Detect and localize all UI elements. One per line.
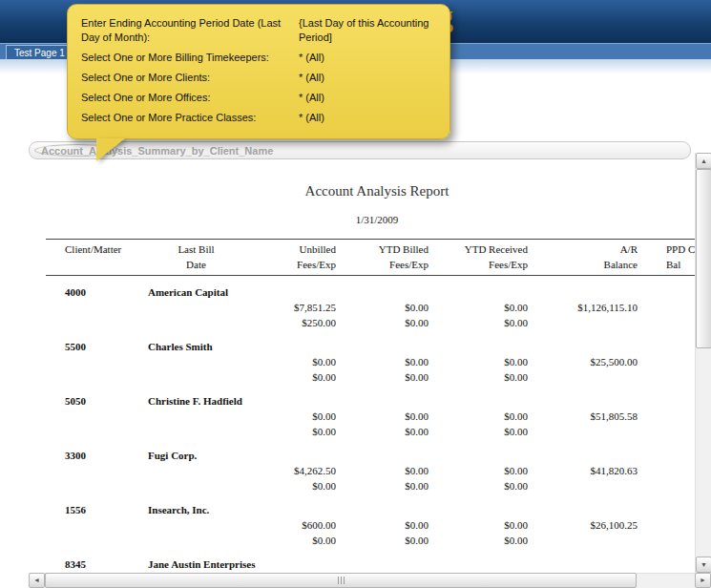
- client-group: 5500Charles Smith$0.00$0.00$0.00$25,500.…: [46, 339, 695, 385]
- column-header: PPD CBal: [638, 242, 695, 272]
- amount-cell: $0.00: [256, 424, 336, 439]
- report-viewport: Account Analysis Report 1/31/2009 Client…: [29, 160, 695, 573]
- amount-cell: $0.00: [336, 354, 429, 369]
- amount-cell: $4,262.50: [256, 463, 336, 478]
- column-header: YTD ReceivedFees/Exp: [429, 242, 528, 272]
- amount-cell: [638, 300, 695, 315]
- tooltip-value: {Last Day of this Accounting Period]: [299, 16, 436, 45]
- client-group: 8345Jane Austin Enterprises: [46, 556, 695, 572]
- report-date: 1/31/2009: [29, 214, 695, 225]
- amount-cell: [638, 533, 695, 548]
- tab-test-page-1[interactable]: Test Page 1: [6, 45, 73, 60]
- client-name: Charles Smith: [136, 339, 213, 354]
- tooltip-pointer: [96, 138, 125, 161]
- horizontal-scroll-thumb[interactable]: [45, 573, 637, 588]
- tooltip-value: * (All): [299, 91, 436, 105]
- client-group: 4000American Capital$7,851.25$0.00$0.00$…: [46, 284, 695, 330]
- amount-cell: $0.00: [336, 315, 429, 330]
- amount-cell: $0.00: [429, 533, 528, 548]
- amount-cell: $0.00: [256, 478, 336, 494]
- client-id: 3300: [46, 448, 136, 463]
- amount-cell: $0.00: [429, 424, 528, 439]
- amount-cell: $0.00: [256, 354, 336, 369]
- scroll-thumb-grip: [338, 577, 345, 584]
- horizontal-scrollbar[interactable]: ◄ ►: [29, 573, 711, 588]
- tooltip-label: Select One or More Billing Timekeepers:: [81, 51, 299, 65]
- amount-cell: $0.00: [429, 463, 528, 478]
- amount-cell: $1,126,115.10: [528, 300, 638, 315]
- amount-cell: $0.00: [336, 533, 429, 548]
- amount-cell: $0.00: [429, 300, 528, 315]
- amount-cell: $0.00: [429, 354, 528, 369]
- amount-cell: $250.00: [256, 315, 336, 330]
- amount-cell: $0.00: [256, 533, 336, 548]
- amount-cell: [528, 315, 638, 330]
- tooltip-label: Enter Ending Accounting Period Date (Las…: [81, 16, 299, 45]
- column-header: A/RBalance: [528, 242, 638, 272]
- column-header: UnbilledFees/Exp: [256, 242, 336, 272]
- table-row: $0.00$0.00$0.00$51,805.58: [46, 409, 695, 424]
- amount-cell: [638, 478, 695, 494]
- client-name: American Capital: [136, 284, 228, 300]
- section-title: Account_Analysis_Summary_by_Client_Name: [41, 145, 273, 157]
- scroll-right-button[interactable]: ►: [695, 573, 711, 588]
- amount-cell: $0.00: [429, 478, 528, 494]
- client-group: 5050Christine F. Hadfield$0.00$0.00$0.00…: [46, 393, 695, 439]
- table-row: $0.00$0.00$0.00: [46, 533, 695, 548]
- amount-cell: $0.00: [336, 517, 429, 533]
- amount-cell: [638, 463, 695, 478]
- report-table: Client/MatterLast BillDateUnbilledFees/E…: [46, 239, 695, 572]
- client-id: 5050: [46, 393, 136, 409]
- amount-cell: $0.00: [336, 409, 429, 424]
- report-section-header[interactable]: Account_Analysis_Summary_by_Client_Name: [29, 141, 691, 159]
- column-header: Last BillDate: [136, 242, 256, 272]
- amount-cell: $41,820.63: [528, 463, 638, 478]
- client-name: Insearch, Inc.: [136, 502, 209, 517]
- table-row: $7,851.25$0.00$0.00$1,126,115.10: [46, 300, 695, 315]
- amount-cell: $0.00: [429, 315, 528, 330]
- tooltip-row: Select One or More Clients:* (All): [81, 71, 436, 85]
- amount-cell: $51,805.58: [528, 409, 638, 424]
- report-table-header: Client/MatterLast BillDateUnbilledFees/E…: [46, 239, 695, 276]
- amount-cell: $0.00: [336, 478, 429, 494]
- table-row: $0.00$0.00$0.00: [46, 369, 695, 385]
- amount-cell: [638, 424, 695, 439]
- amount-cell: $0.00: [429, 409, 528, 424]
- tooltip-row: Select One or More Offices:* (All): [81, 91, 436, 105]
- client-name: Jane Austin Enterprises: [136, 556, 255, 572]
- vertical-scroll-thumb[interactable]: [696, 169, 711, 348]
- client-name: Fugi Corp.: [136, 448, 197, 463]
- amount-cell: $0.00: [256, 409, 336, 424]
- tooltip-value: * (All): [299, 51, 436, 65]
- amount-cell: $25,500.00: [528, 354, 638, 369]
- scroll-left-button[interactable]: ◄: [29, 573, 45, 588]
- amount-cell: $0.00: [336, 300, 429, 315]
- scroll-up-button[interactable]: ▲: [696, 153, 711, 169]
- table-row: $600.00$0.00$0.00$26,100.25: [46, 517, 695, 533]
- amount-cell: $600.00: [256, 517, 336, 533]
- report-title: Account Analysis Report: [29, 183, 695, 200]
- table-row: $250.00$0.00$0.00: [46, 315, 695, 330]
- amount-cell: [528, 424, 638, 439]
- table-row: $4,262.50$0.00$0.00$41,820.63: [46, 463, 695, 478]
- parameters-tooltip: Enter Ending Accounting Period Date (Las…: [67, 4, 450, 139]
- column-header: YTD BilledFees/Exp: [336, 242, 429, 272]
- report-table-body: 4000American Capital$7,851.25$0.00$0.00$…: [46, 284, 695, 572]
- tooltip-row: Select One or More Billing Timekeepers:*…: [81, 51, 436, 65]
- amount-cell: $0.00: [336, 424, 429, 439]
- vertical-scrollbar[interactable]: ▲ ▼: [695, 153, 711, 573]
- tooltip-value: * (All): [299, 111, 436, 125]
- client-id: 1556: [46, 502, 136, 517]
- amount-cell: [638, 369, 695, 385]
- amount-cell: $0.00: [336, 369, 429, 385]
- tooltip-label: Select One or More Clients:: [81, 71, 299, 85]
- tooltip-row: Enter Ending Accounting Period Date (Las…: [81, 16, 436, 45]
- amount-cell: $0.00: [429, 517, 528, 533]
- amount-cell: [638, 409, 695, 424]
- client-id: 4000: [46, 284, 136, 300]
- amount-cell: [528, 478, 638, 494]
- client-group: 3300Fugi Corp.$4,262.50$0.00$0.00$41,820…: [46, 448, 695, 494]
- amount-cell: [528, 369, 638, 385]
- amount-cell: $0.00: [429, 369, 528, 385]
- scroll-down-button[interactable]: ▼: [696, 556, 711, 573]
